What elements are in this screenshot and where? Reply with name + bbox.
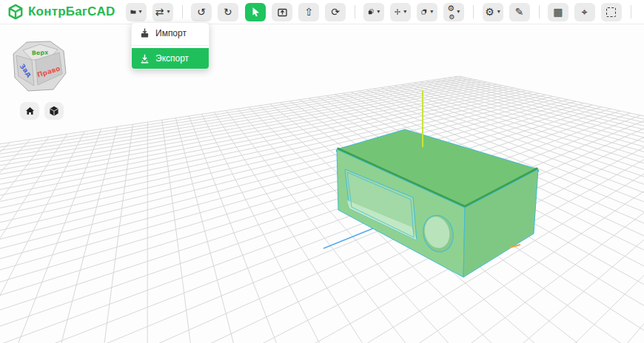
menu-item-label: Импорт: [155, 28, 187, 38]
insert-tool-button[interactable]: [272, 3, 292, 21]
copy-icon: [368, 7, 374, 17]
import-icon: [140, 28, 150, 38]
viewport-3d[interactable]: Верх Зад Право: [0, 24, 644, 343]
caret-down-icon: ▾: [377, 9, 380, 15]
model-box[interactable]: [337, 129, 538, 277]
move-icon: [395, 7, 400, 17]
target-icon: ⌖: [582, 7, 588, 17]
menu-item-import[interactable]: Импорт: [132, 23, 209, 43]
view-cube-top-label: Верх: [32, 49, 50, 56]
app-title: КонтрБагCAD: [28, 4, 115, 19]
move-tool-button[interactable]: ▾: [390, 3, 411, 21]
open-file-button[interactable]: ▾: [126, 3, 147, 21]
view-buttons: [20, 102, 64, 120]
projection-view-button[interactable]: [44, 102, 64, 120]
pull-tool-button[interactable]: ⇧: [298, 3, 319, 21]
caret-down-icon: ▾: [167, 9, 170, 15]
menu-item-export[interactable]: Экспорт: [132, 48, 209, 69]
undo-button[interactable]: ↺: [191, 3, 212, 21]
export-icon: [140, 54, 150, 64]
transfer-arrows-icon: ⇄: [155, 7, 164, 17]
insert-icon: [277, 7, 288, 17]
grid-toggle-button[interactable]: ▦: [548, 3, 568, 21]
caret-down-icon: ▾: [430, 9, 433, 15]
ground-grid: [0, 76, 644, 343]
gears-icon: ⚙ ⚙: [448, 7, 454, 18]
undo-icon: ↺: [197, 7, 206, 17]
projection-cube-icon: [49, 106, 59, 116]
grid-icon: ▦: [553, 7, 563, 17]
home-view-button[interactable]: [20, 102, 39, 120]
caret-down-icon: ▾: [403, 9, 406, 15]
snap-toggle-button[interactable]: ⌖: [574, 3, 595, 21]
caret-down-icon: ▾: [497, 9, 500, 15]
bbox-toggle-button[interactable]: [601, 3, 622, 21]
edit-tool-button[interactable]: ✎: [509, 3, 530, 21]
menu-item-label: Экспорт: [155, 53, 189, 64]
caret-down-icon: ▾: [457, 9, 460, 15]
dashed-square-icon: [606, 7, 616, 17]
pencil-icon: ✎: [515, 7, 524, 17]
menu-divider: [132, 45, 209, 46]
folder-icon: [130, 7, 136, 17]
home-icon: [25, 106, 35, 115]
view-cube[interactable]: Верх Зад Право: [7, 38, 73, 98]
copy-tool-button[interactable]: ▾: [363, 3, 384, 21]
up-arrow-icon: ⇧: [304, 7, 313, 17]
import-export-button[interactable]: ⇄ ▾: [152, 3, 173, 21]
duplicate-icon: [421, 7, 427, 17]
redo-button[interactable]: ↻: [218, 3, 238, 21]
redo-icon: ↻: [224, 7, 232, 17]
caret-down-icon: ▾: [139, 9, 142, 15]
import-export-menu: Импорт Экспорт: [131, 22, 209, 69]
rotate-tool-button[interactable]: ⟳: [325, 3, 346, 21]
logo-cube-icon: [7, 4, 24, 20]
main-toolbar: КонтрБагCAD ▾ ⇄ ▾ ↺ ↻ ⇧ ⟳: [0, 0, 644, 24]
cursor-icon: [251, 7, 261, 17]
select-tool-button[interactable]: [245, 3, 266, 21]
app-logo: КонтрБагCAD: [7, 4, 115, 20]
scene-canvas: [0, 24, 644, 343]
settings-button[interactable]: ⚙ ▾: [483, 3, 503, 21]
operations-tool-button[interactable]: ⚙ ⚙ ▾: [443, 3, 464, 21]
gear-icon: ⚙: [485, 7, 494, 17]
duplicate-tool-button[interactable]: ▾: [417, 3, 437, 21]
rotate-icon: ⟳: [331, 7, 340, 17]
